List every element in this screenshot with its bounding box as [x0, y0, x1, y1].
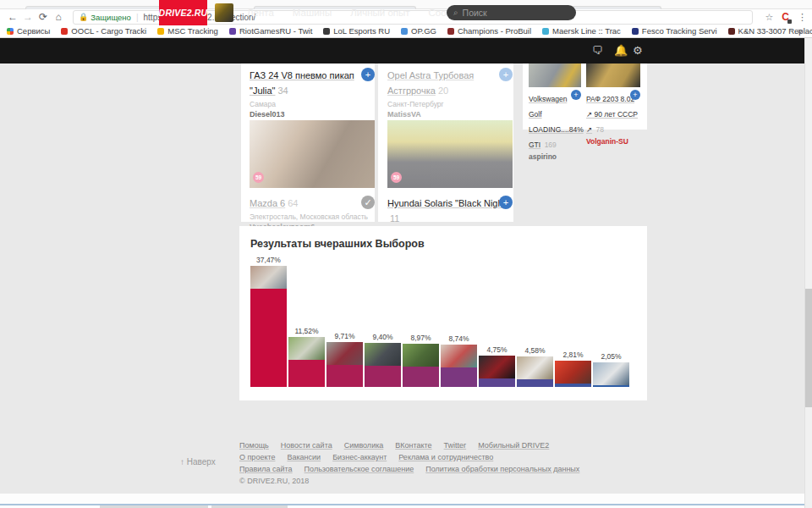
refresh-icon[interactable]: ⟳ — [36, 9, 51, 25]
extension-icon[interactable]: C — [782, 11, 789, 23]
browser-menu-icon[interactable]: ⋮ — [798, 12, 807, 23]
footer-link[interactable]: Вакансии — [287, 453, 321, 461]
vote-check-button[interactable]: ✓ — [361, 196, 375, 209]
result-car-thumbnail[interactable] — [250, 266, 287, 289]
nav-item[interactable]: Машины — [293, 8, 332, 18]
result-bar-column[interactable]: 9,71% — [326, 332, 363, 387]
messages-icon[interactable]: 🗨 — [592, 44, 603, 57]
footer-link[interactable]: Пользовательское соглашение — [304, 465, 414, 473]
result-percentage-label: 4,75% — [486, 345, 507, 354]
result-bar[interactable] — [593, 385, 629, 387]
result-car-thumbnail[interactable] — [365, 343, 401, 366]
nav-item[interactable]: Лента — [247, 8, 274, 18]
candidates-side-panel: Volkswagen Golf LOADING....84% GTI 169 a… — [523, 64, 647, 130]
bookmark-item[interactable]: Fesco Tracking Servi — [632, 26, 717, 36]
bookmark-item[interactable]: Сервисы — [7, 26, 50, 36]
search-input[interactable]: ⌕ Поиск — [447, 5, 576, 20]
result-car-thumbnail[interactable] — [593, 362, 629, 385]
vote-plus-button[interactable]: + — [499, 68, 513, 81]
result-bar[interactable] — [517, 379, 553, 387]
footer-link[interactable]: Символика — [344, 441, 384, 450]
footer-link[interactable]: Новости сайта — [281, 441, 332, 450]
candidate-title-link[interactable]: Mazda 6 — [250, 198, 285, 208]
candidate-username[interactable]: MatissVA — [387, 110, 513, 119]
back-to-top-link[interactable]: ↑ Наверх — [180, 457, 216, 467]
drive2-logo[interactable]: DRIVE2.RU — [159, 0, 207, 25]
footer-link[interactable]: Помощь — [239, 441, 269, 450]
footer-link[interactable]: Мобильный DRIVE2 — [478, 441, 549, 450]
candidate-photo-vw-golf[interactable] — [529, 64, 581, 87]
bookmark-star-icon[interactable]: ☆ — [765, 12, 773, 23]
vote-plus-button[interactable]: + — [630, 90, 640, 100]
bookmark-item[interactable]: RiotGamesRU - Twit — [229, 26, 312, 36]
result-bar-column[interactable]: 11,52% — [288, 327, 325, 387]
candidate-username[interactable]: Volganin-SU — [586, 137, 640, 146]
candidate-username[interactable]: aspirino — [529, 152, 581, 161]
result-bar[interactable] — [441, 367, 477, 387]
result-bar[interactable] — [250, 289, 287, 387]
bookmark-label: Champions - ProBuil — [458, 26, 531, 36]
lock-icon[interactable]: 🔒 — [79, 13, 88, 21]
bookmark-item[interactable]: LoL Esports RU — [323, 26, 390, 36]
result-car-thumbnail[interactable] — [288, 337, 325, 360]
footer-link[interactable]: Бизнес-аккаунт — [332, 453, 387, 461]
candidate-photo-hyundai-solaris[interactable]: 59 — [387, 120, 513, 188]
result-car-thumbnail[interactable] — [479, 356, 515, 378]
bookmark-item[interactable]: OOCL - Cargo Tracki — [61, 26, 146, 36]
result-bar-column[interactable]: 37,47% — [250, 256, 287, 387]
vote-plus-button[interactable]: + — [571, 90, 581, 100]
avatar[interactable] — [215, 3, 233, 22]
bookmark-favicon — [632, 28, 639, 35]
result-bar-column[interactable]: 2,81% — [555, 351, 591, 387]
back-icon[interactable]: ← — [5, 9, 20, 25]
vote-plus-button[interactable]: + — [361, 68, 375, 81]
result-bar[interactable] — [365, 366, 401, 387]
candidate-title-link[interactable]: РАФ 2203 8.02 ↗ 90 лет СССР ↗ — [586, 95, 638, 134]
scrollbar-thumb[interactable] — [805, 289, 812, 407]
bookmarks-overflow-icon[interactable]: » — [798, 26, 803, 36]
footer-link[interactable]: Twitter — [444, 441, 467, 450]
vote-plus-button[interactable]: + — [499, 196, 513, 209]
result-bar-column[interactable]: 9,40% — [365, 333, 401, 387]
result-bar[interactable] — [403, 367, 439, 387]
candidate-photo-mazda6[interactable]: 59 — [250, 120, 375, 188]
bookmark-item[interactable]: OP.GG — [401, 26, 436, 36]
bookmark-item[interactable]: Champions - ProBuil — [447, 26, 531, 36]
result-car-thumbnail[interactable] — [403, 344, 439, 367]
bookmark-favicon — [447, 28, 454, 35]
result-bar-column[interactable]: 2,05% — [593, 352, 629, 387]
settings-gear-icon[interactable]: ⚙ — [633, 44, 643, 57]
candidate-title-link[interactable]: Hyundai Solaris "Black Night" — [387, 198, 509, 208]
results-bar-chart: 37,47% 11,52% 9,71% 9,40% — [250, 256, 629, 387]
result-car-thumbnail[interactable] — [326, 342, 363, 365]
result-bar-column[interactable]: 4,75% — [479, 345, 515, 387]
notifications-bell-icon[interactable]: 🔔 — [614, 44, 628, 57]
result-bar[interactable] — [479, 378, 515, 387]
result-bar[interactable] — [326, 365, 363, 387]
candidate-username[interactable]: Diesel013 — [250, 110, 375, 119]
footer-link[interactable]: Реклама и сотрудничество — [398, 453, 493, 461]
result-percentage-label: 4,58% — [524, 346, 545, 355]
result-car-thumbnail[interactable] — [441, 345, 477, 367]
footer-link[interactable]: ВКонтакте — [395, 441, 431, 450]
footer-link[interactable]: Правила сайта — [239, 465, 293, 473]
result-car-thumbnail[interactable] — [555, 361, 591, 384]
footer-link[interactable]: О проекте — [239, 453, 275, 461]
result-bar[interactable] — [555, 384, 591, 387]
page-scrollbar[interactable] — [804, 38, 812, 508]
result-bar-column[interactable]: 4,58% — [517, 346, 553, 387]
security-label[interactable]: Защищено — [91, 13, 131, 22]
result-bar[interactable] — [288, 360, 325, 387]
bookmark-item[interactable]: MSC Tracking — [157, 26, 218, 36]
result-bar-column[interactable]: 8,74% — [441, 334, 477, 387]
bookmark-item[interactable]: Maersk Line :: Trac — [542, 26, 621, 36]
result-car-thumbnail[interactable] — [517, 356, 553, 379]
nav-item[interactable]: Личный опыт — [350, 8, 409, 18]
candidate-title-link[interactable]: Opel Astra Турбовая Астгррочка — [387, 70, 474, 96]
candidate-title-link[interactable]: ГАЗ 24 V8 пневмо пикап "Julia" — [250, 70, 354, 96]
home-icon[interactable]: ⌂ — [51, 9, 66, 25]
forward-icon[interactable]: → — [20, 9, 36, 25]
candidate-photo-raf2203[interactable] — [586, 64, 640, 87]
result-bar-column[interactable]: 8,97% — [403, 334, 439, 387]
footer-link[interactable]: Политика обработки персональных данных — [425, 465, 579, 473]
